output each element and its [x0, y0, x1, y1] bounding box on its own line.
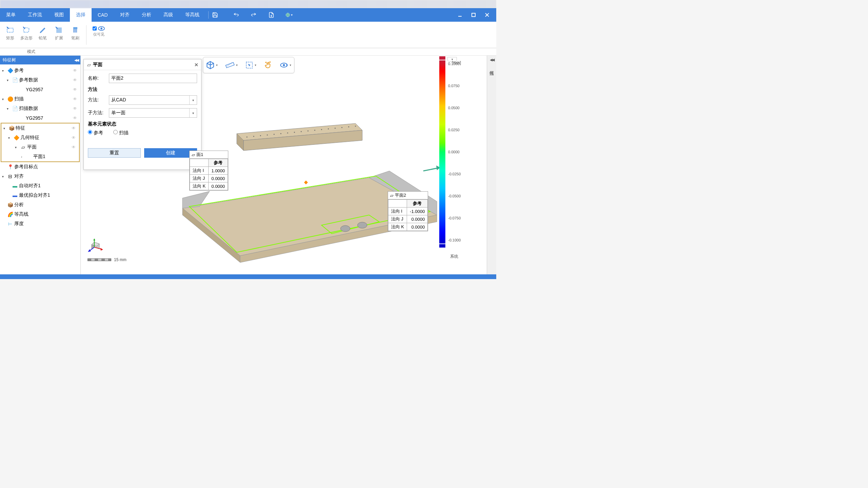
svg-point-39 — [355, 126, 356, 127]
tree-align[interactable]: ▾⊟对齐 — [0, 172, 80, 181]
menu-item-workflow[interactable]: 工作流 — [22, 8, 48, 22]
tree-analysis[interactable]: 📦分析 — [0, 200, 80, 210]
svg-point-31 — [301, 131, 302, 132]
collapse-left-icon[interactable]: ◀◀ — [74, 58, 78, 62]
touch-button[interactable] — [264, 61, 272, 69]
right-panel: ◀◀ 属性 — [487, 56, 496, 274]
visibility-icon[interactable]: 👁 — [73, 78, 77, 82]
tree-plane[interactable]: ▾▱平面👁 — [1, 142, 79, 152]
svg-point-32 — [308, 131, 309, 132]
plane-name-input[interactable] — [109, 74, 197, 83]
tree-contour[interactable]: 🌈等高线 — [0, 210, 80, 219]
view-triad-icon[interactable] — [88, 237, 104, 254]
svg-point-29 — [287, 133, 288, 134]
view-cube-button[interactable]: ▾ — [206, 61, 218, 70]
help-globe-icon[interactable]: ▾ — [285, 11, 293, 19]
menu-item-select[interactable]: 选择 — [70, 8, 92, 22]
svg-rect-8 — [73, 27, 77, 29]
tree-best-fit[interactable]: ▬最优拟合对齐1 — [0, 191, 80, 200]
menu-item-view[interactable]: 视图 — [48, 8, 70, 22]
extend-tool[interactable]: 扩展 — [52, 24, 66, 45]
collapse-right-icon[interactable]: ◀◀ — [490, 58, 494, 62]
visibility-icon[interactable]: 👁 — [73, 106, 77, 111]
visibility-icon[interactable]: 👁 — [73, 97, 77, 101]
tree-plane1[interactable]: ›平面1 — [1, 152, 79, 161]
viewport-toolbar: ▾ ▾ ▾ ▾ — [203, 57, 294, 73]
menu-item-align[interactable]: 对齐 — [114, 8, 136, 22]
visibility-icon[interactable]: 👁 — [72, 126, 76, 131]
undo-icon[interactable] — [232, 11, 240, 19]
title-bar — [0, 0, 496, 8]
menu-item-contour[interactable]: 等高线 — [179, 8, 206, 22]
visibility-icon[interactable]: 👁 — [72, 145, 76, 150]
submethod-select[interactable]: 单一面▾ — [109, 108, 197, 118]
polygon-tool[interactable]: 多边形 — [19, 24, 34, 45]
menu-bar: 菜单 工作流 视图 选择 CAD 对齐 分析 高级 等高线 ▾ — [0, 8, 496, 22]
minimize-icon[interactable] — [456, 11, 464, 19]
feature-tree-header[interactable]: 特征树◀◀ — [0, 56, 80, 64]
tree-ref-target[interactable]: 📍参考目标点 — [0, 162, 80, 172]
menu-item-advanced[interactable]: 高级 — [157, 8, 179, 22]
feature-tree-panel: 特征树◀◀ ▾🔷参考👁 ▾📄参考数据👁 YG2957👁 ▾🟠扫描👁 ▾📄扫描数据… — [0, 56, 81, 274]
visibility-icon[interactable]: 👁 — [72, 135, 76, 140]
viewport[interactable]: ▾ ▾ ▾ ▾ ▾ ▱ 平面 ✕ 名称: 方法 方法:从CAD▾ 子方法:单一面… — [81, 56, 487, 274]
rectangle-tool[interactable]: 矩形 — [3, 24, 18, 45]
menu-item-analysis[interactable]: 分析 — [136, 8, 157, 22]
redo-icon[interactable] — [250, 11, 257, 19]
tree-auto-align[interactable]: ▬自动对齐1 — [0, 181, 80, 191]
visible-only-toggle[interactable]: 仅可见 — [90, 24, 108, 45]
method-select[interactable]: 从CAD▾ — [109, 95, 197, 105]
scale-bar: 15 mm — [88, 257, 127, 262]
svg-rect-5 — [7, 28, 13, 32]
visibility-icon[interactable]: 👁 — [73, 68, 77, 73]
method-section-label: 方法 — [88, 86, 197, 93]
svg-marker-56 — [88, 249, 91, 252]
svg-rect-2 — [472, 13, 475, 17]
info-box-plane1: ▱面1 参考 法向 I1.0000 法向 J0.0000 法向 K0.0000 — [189, 151, 228, 191]
svg-point-14 — [270, 62, 270, 62]
svg-point-24 — [253, 136, 254, 137]
svg-point-36 — [335, 128, 336, 129]
svg-point-27 — [274, 134, 275, 135]
radio-reference[interactable]: 参考 — [88, 130, 103, 136]
info-box-plane2: ▱平面2 参考 法向 I-1.0000 法向 J0.0000 法向 K0.000… — [388, 191, 428, 231]
tree-ref-data[interactable]: ▾📄参考数据👁 — [0, 75, 80, 85]
tree-scan[interactable]: ▾🟠扫描👁 — [0, 94, 80, 104]
select-mode-button[interactable]: ▾ — [245, 61, 256, 69]
radio-scan[interactable]: 扫描 — [113, 130, 129, 136]
tree-ref-item[interactable]: YG2957👁 — [0, 85, 80, 94]
brush-tool[interactable]: 笔刷 — [68, 24, 83, 45]
svg-point-45 — [358, 222, 367, 228]
tree-geo-feature[interactable]: ▾🔶几何特征👁 — [1, 133, 79, 142]
svg-point-26 — [267, 135, 268, 136]
pencil-tool[interactable]: 铅笔 — [35, 24, 50, 45]
svg-point-10 — [100, 27, 102, 30]
dialog-close-icon[interactable]: ✕ — [194, 62, 198, 67]
svg-point-37 — [342, 127, 343, 128]
export-icon[interactable] — [268, 11, 275, 19]
reset-button[interactable]: 重置 — [88, 148, 141, 158]
close-icon[interactable] — [483, 11, 491, 19]
svg-point-35 — [328, 129, 329, 130]
maximize-icon[interactable] — [470, 11, 477, 19]
properties-tab[interactable]: 属性 — [489, 64, 495, 71]
measure-button[interactable]: ▾ — [225, 62, 238, 69]
color-legend: 0.1000 0.0750 0.0500 0.0250 0.0000 -0.02… — [439, 60, 466, 243]
menu-item-menu[interactable]: 菜单 — [0, 8, 22, 22]
menu-item-cad[interactable]: CAD — [92, 8, 114, 22]
name-label: 名称: — [88, 75, 106, 81]
svg-point-25 — [260, 135, 261, 136]
ribbon: 矩形 多边形 铅笔 扩展 笔刷 仅可见 — [0, 22, 496, 48]
tree-scan-item[interactable]: YG2957👁 — [0, 113, 80, 123]
svg-point-13 — [266, 62, 266, 63]
tree-thickness[interactable]: ⊢厚度 — [0, 219, 80, 229]
tree-feature[interactable]: ▾📦特征👁 — [1, 123, 79, 133]
tree-scan-data[interactable]: ▾📄扫描数据👁 — [0, 104, 80, 113]
dialog-title: ▱ 平面 ✕ — [84, 59, 201, 70]
rotate-button[interactable]: ▾ — [279, 61, 291, 69]
visibility-icon[interactable]: 👁 — [73, 87, 77, 92]
tree-reference[interactable]: ▾🔷参考👁 — [0, 66, 80, 75]
save-icon[interactable] — [211, 11, 219, 19]
visibility-icon[interactable]: 👁 — [73, 116, 77, 120]
svg-rect-11 — [226, 62, 234, 68]
